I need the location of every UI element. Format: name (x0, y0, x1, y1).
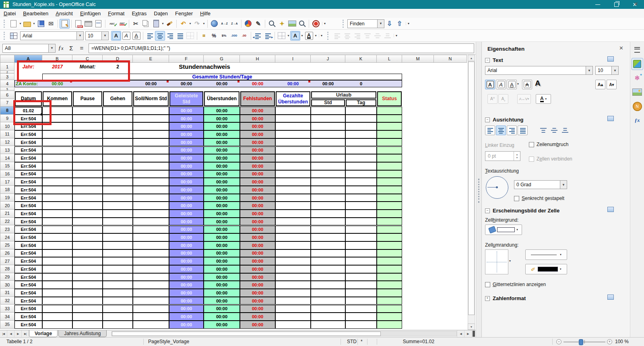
spellcheck-icon[interactable]: ABC✓ (107, 19, 117, 29)
column-header-N[interactable]: N (434, 55, 467, 63)
cell-H35[interactable]: 00:00 (240, 321, 275, 329)
row-header-13[interactable]: 13 (0, 146, 14, 154)
cell-A27[interactable]: Err:504 (14, 257, 42, 265)
cell-K20[interactable] (345, 202, 377, 210)
row-header-27[interactable]: 27 (0, 257, 14, 265)
cell-background-button[interactable]: ▾ (485, 224, 522, 235)
cell-E9[interactable] (133, 115, 169, 123)
cell-F19[interactable]: 00:00 (169, 194, 204, 202)
cell-B28[interactable] (42, 265, 72, 273)
row-header-24[interactable]: 24 (0, 233, 14, 241)
cell-A20[interactable]: Err:504 (14, 202, 42, 210)
cell-E11[interactable] (133, 130, 169, 138)
cell-G11[interactable]: 00:00 (204, 130, 240, 138)
function-icon[interactable]: = (76, 45, 87, 51)
cell-D24[interactable] (103, 233, 133, 241)
cell-G34[interactable]: 00:00 (204, 313, 240, 321)
table-header-B[interactable]: Kommen (43, 91, 72, 106)
rotation-combo[interactable]: 0 Grad▼ (514, 180, 567, 189)
cell-H28[interactable]: 00:00 (240, 265, 275, 273)
cell-L31[interactable] (377, 289, 402, 297)
cell-K35[interactable] (345, 321, 377, 329)
cell-E20[interactable] (133, 202, 169, 210)
shadow-button[interactable]: A (535, 79, 541, 88)
cell-C10[interactable] (72, 122, 103, 130)
cell-H26[interactable]: 00:00 (240, 249, 275, 257)
table-header-H[interactable]: Fehlstunden (240, 91, 275, 106)
sidebar-tab-properties[interactable] (632, 58, 643, 70)
cell-L10[interactable] (377, 122, 402, 130)
cell-I16[interactable] (275, 170, 311, 178)
cell-G15[interactable]: 00:00 (204, 162, 240, 170)
cell-J30[interactable] (311, 281, 345, 289)
cell-H10[interactable]: 00:00 (240, 122, 275, 130)
cell-I21[interactable] (275, 210, 311, 218)
sidebar-align-right-button[interactable] (507, 126, 517, 135)
cell-L29[interactable] (377, 273, 402, 281)
cell-H33[interactable]: 00:00 (240, 305, 275, 313)
cell-G33[interactable]: 00:00 (204, 305, 240, 313)
cell-K24[interactable] (345, 233, 377, 241)
cell-H15[interactable]: 00:00 (240, 162, 275, 170)
merge-cells-icon[interactable] (185, 31, 195, 41)
cell-K25[interactable] (345, 241, 377, 249)
next-sheet-icon[interactable]: ▶ (14, 330, 22, 337)
cell-F30[interactable]: 00:00 (169, 281, 204, 289)
cell-H16[interactable]: 00:00 (240, 170, 275, 178)
cell-D11[interactable] (103, 130, 133, 138)
edit-file-icon[interactable]: ✎ (60, 19, 70, 29)
menu-fenster[interactable]: Fenster (171, 10, 196, 17)
cell-L12[interactable] (377, 138, 402, 146)
cell-H9[interactable]: 00:00 (240, 115, 275, 123)
left-indent-spinner[interactable]: 0 pt ▲▼ (485, 151, 520, 161)
cell-F14[interactable]: 00:00 (169, 154, 204, 162)
document-close-icon[interactable]: ✕ (634, 1, 638, 7)
text-dialog-launcher-icon[interactable] (607, 56, 614, 62)
cell-C1[interactable]: Monat: (72, 63, 103, 71)
underline-icon[interactable]: A (131, 31, 141, 41)
row-header-16[interactable]: 16 (0, 170, 14, 178)
sidebar-font-size[interactable]: 10▼ (595, 66, 619, 75)
function-wizard-icon[interactable]: ƒx (56, 45, 66, 51)
cell-L26[interactable] (377, 249, 402, 257)
cell-G16[interactable]: 00:00 (204, 170, 240, 178)
merge-cells-checkbox[interactable]: Zellen verbinden (529, 156, 572, 162)
toolbar-grip[interactable] (327, 32, 330, 40)
formula-input[interactable]: =WENN(D1> 0;DATUM(B1;D1;1);" ") (89, 43, 474, 53)
row-header-33[interactable]: 33 (0, 305, 14, 313)
section-number-format[interactable]: + Zahlenformat (485, 295, 526, 301)
cell-I29[interactable] (275, 273, 311, 281)
cell-B26[interactable] (42, 249, 72, 257)
cell-F31[interactable]: 00:00 (169, 289, 204, 297)
cell-K34[interactable] (345, 313, 377, 321)
cell-K32[interactable] (345, 297, 377, 305)
column-header-D[interactable]: D (103, 55, 133, 63)
cell-I12[interactable] (275, 138, 311, 146)
cell-I25[interactable] (275, 241, 311, 249)
cell-A29[interactable]: Err:504 (14, 273, 42, 281)
cell-B20[interactable] (42, 202, 72, 210)
column-header-F[interactable]: F (169, 55, 204, 63)
cell-F27[interactable]: 00:00 (169, 257, 204, 265)
cell-J8[interactable] (311, 107, 345, 115)
page-style[interactable]: PageStyle_Vorlage (148, 339, 189, 344)
toolbar-overflow-icon[interactable]: ▾ (319, 34, 324, 37)
cell-F26[interactable]: 00:00 (169, 249, 204, 257)
dropdown-arrow-icon[interactable]: ▾ (161, 22, 165, 25)
cell-E15[interactable] (133, 162, 169, 170)
column-header-L[interactable]: L (377, 55, 402, 63)
align-justify-icon[interactable] (175, 31, 185, 41)
toolbar-overflow-icon[interactable]: ▾ (394, 34, 399, 37)
sidebar-align-top-button[interactable] (538, 126, 548, 135)
cell-J16[interactable] (311, 170, 345, 178)
cell-H22[interactable]: 00:00 (240, 218, 275, 226)
cell-C8[interactable] (72, 107, 103, 115)
cell-H18[interactable]: 00:00 (240, 186, 275, 194)
cell-K16[interactable] (345, 170, 377, 178)
cell-B12[interactable] (42, 138, 72, 146)
find-input[interactable]: Finden▼ (347, 19, 384, 28)
cell-F13[interactable]: 00:00 (169, 146, 204, 154)
cell-I19[interactable] (275, 194, 311, 202)
new-document-icon[interactable] (8, 19, 19, 29)
cell-D29[interactable] (103, 273, 133, 281)
